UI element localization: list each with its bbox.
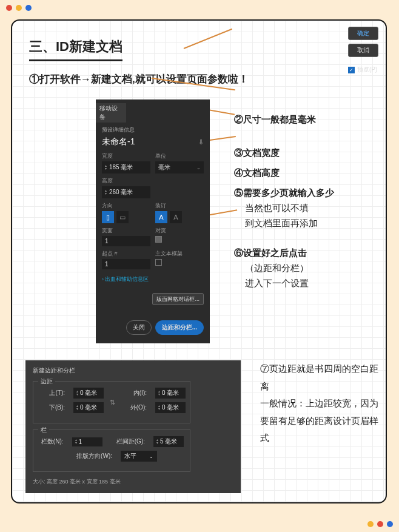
- layout-grid-button[interactable]: 版面网格对话框...: [152, 293, 204, 305]
- link-margins-icon[interactable]: ⇅: [110, 399, 115, 406]
- dot-red: [377, 521, 383, 527]
- height-input[interactable]: ▴▾260 毫米: [102, 186, 150, 198]
- panel2-title: 新建边距和分栏: [33, 366, 233, 375]
- unit-select[interactable]: 毫米⌄: [155, 161, 204, 173]
- dot-red: [6, 5, 12, 11]
- direction-select[interactable]: 水平⌄: [121, 451, 157, 462]
- size-footer: 大小: 高度 260 毫米 x 宽度 185 毫米: [33, 478, 233, 486]
- main-frame: 三、ID新建文档 ①打开软件→新建文档,就可以设置页面参数啦！ 移动设备 预设详…: [11, 19, 387, 503]
- window-dots-top: [6, 5, 32, 11]
- new-document-panel: 移动设备 预设详细信息 未命名-1 ⇩ 宽度 ▴▾185 毫米 单位 毫米⌄ 高…: [96, 99, 210, 343]
- orientation-landscape-icon[interactable]: ▭: [116, 211, 129, 223]
- preview-checkbox[interactable]: ✓预览(P): [348, 66, 378, 74]
- dot-blue: [387, 521, 393, 527]
- start-input[interactable]: 1: [102, 259, 150, 269]
- start-label: 起点 #: [102, 250, 150, 258]
- stepper-icon[interactable]: ▴▾: [105, 164, 107, 170]
- orientation-label: 方向: [102, 202, 150, 210]
- margin-top-input[interactable]: ▴▾0 毫米: [73, 388, 104, 399]
- stepper-icon[interactable]: ▴▾: [105, 189, 107, 195]
- facing-checkbox[interactable]: [155, 236, 162, 243]
- binding-label: 装订: [155, 202, 204, 210]
- annotation-7: ⑦页边距就是书四周的空白距离 一般情况：上边距较宽，因为要留有足够的距离设计页眉…: [260, 360, 386, 447]
- annotation-4: ④文档高度: [234, 167, 334, 179]
- width-label: 宽度: [102, 152, 150, 160]
- preset-label: 预设详细信息: [102, 126, 204, 134]
- pages-label: 页面: [102, 227, 150, 235]
- intro-text: ①打开软件→新建文档,就可以设置页面参数啦！: [29, 72, 386, 86]
- annotation-6: ⑥设置好之后点击 （边距和分栏） 进入下一个设置: [234, 247, 334, 289]
- margins-columns-panel: 新建边距和分栏 确定 取消 ✓预览(P) 边距 上(T):▴▾0 毫米 下(B)…: [25, 360, 241, 493]
- primary-checkbox[interactable]: [155, 259, 162, 266]
- columns-input[interactable]: ▴▾1: [72, 437, 102, 446]
- pages-input[interactable]: 1: [102, 236, 150, 246]
- dot-yellow: [367, 521, 374, 527]
- orientation-portrait-icon[interactable]: ▯: [102, 211, 114, 223]
- margin-inside-input[interactable]: ▴▾0 毫米: [155, 388, 186, 399]
- callout-line-2: [184, 29, 232, 49]
- section-title: 三、ID新建文档: [29, 38, 122, 61]
- intent-tab[interactable]: 移动设备: [96, 103, 126, 123]
- unit-label: 单位: [155, 152, 204, 160]
- width-input[interactable]: ▴▾185 毫米: [102, 161, 150, 173]
- margin-group-label: 边距: [38, 377, 55, 386]
- facing-label: 对页: [155, 227, 204, 235]
- document-name[interactable]: 未命名-1: [102, 136, 135, 147]
- annotations-right: ②尺寸一般都是毫米 ③文档宽度 ④文档高度 ⑤需要多少页就输入多少 当然也可以不…: [234, 99, 334, 298]
- save-preset-icon[interactable]: ⇩: [198, 138, 204, 146]
- binding-rtl-icon[interactable]: A: [170, 211, 182, 223]
- close-button[interactable]: 关闭: [126, 320, 152, 335]
- margin-bottom-input[interactable]: ▴▾0 毫米: [73, 402, 104, 413]
- dot-yellow: [16, 5, 22, 11]
- binding-ltr-icon[interactable]: A: [155, 211, 167, 223]
- gutter-input[interactable]: ▴▾5 毫米: [153, 436, 184, 447]
- cancel-button[interactable]: 取消: [348, 44, 378, 57]
- primary-label: 主文本框架: [155, 250, 204, 258]
- annotation-3: ③文档宽度: [234, 147, 334, 159]
- ok-button[interactable]: 确定: [348, 27, 378, 40]
- height-label: 高度: [102, 177, 204, 185]
- window-dots-bottom: [367, 521, 393, 527]
- annotation-2: ②尺寸一般都是毫米: [234, 114, 334, 126]
- columns-group-label: 栏: [38, 426, 49, 434]
- margins-columns-button[interactable]: 边距和分栏...: [155, 320, 204, 335]
- margin-outside-input[interactable]: ▴▾0 毫米: [155, 402, 186, 413]
- bleed-disclosure[interactable]: › 出血和辅助信息区: [102, 275, 204, 283]
- annotation-5: ⑤需要多少页就输入多少 当然也可以不填 到文档里面再添加: [234, 187, 334, 229]
- chevron-down-icon: ⌄: [196, 165, 201, 170]
- dot-blue: [25, 5, 32, 11]
